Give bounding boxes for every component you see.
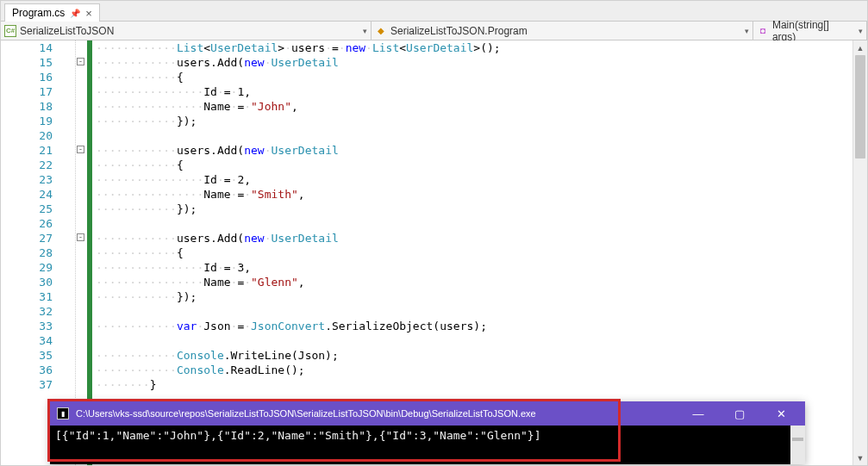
code-line[interactable]: ············{ <box>96 245 867 260</box>
tab-title: Program.cs <box>12 7 65 19</box>
code-line[interactable]: ············{ <box>96 158 867 172</box>
line-number: 20 <box>1 128 72 143</box>
class-icon: ◆ <box>375 25 387 37</box>
scroll-up-icon[interactable]: ▲ <box>853 40 867 55</box>
code-line[interactable]: ············{ <box>96 70 867 84</box>
chevron-down-icon: ▾ <box>859 27 863 35</box>
line-number: 37 <box>1 377 72 392</box>
line-number: 15 <box>1 55 72 70</box>
code-line[interactable]: ············var·Json·=·JsonConvert.Seria… <box>96 319 867 333</box>
code-line[interactable]: ················Id·=·1, <box>96 84 867 99</box>
line-number: 36💡 <box>1 363 72 377</box>
close-button[interactable]: ✕ <box>764 407 798 420</box>
code-line[interactable] <box>96 128 867 143</box>
chevron-down-icon: ▾ <box>363 27 367 35</box>
line-number: 26 <box>1 216 72 231</box>
nav-namespace-label: SerializeListToJSON <box>20 25 114 37</box>
line-number: 24 <box>1 187 72 202</box>
line-number: 14 <box>1 40 72 55</box>
code-line[interactable] <box>96 333 867 348</box>
nav-method-dropdown[interactable]: ◘ Main(string[] args) ▾ <box>753 22 867 40</box>
csharp-icon: C# <box>4 25 16 37</box>
fold-toggle[interactable]: - <box>77 58 84 65</box>
line-number: 28 <box>1 245 72 260</box>
fold-toggle[interactable]: - <box>77 146 84 153</box>
code-line[interactable]: ················Name·=·"Smith", <box>96 187 867 202</box>
line-number: 27 <box>1 231 72 245</box>
line-number: 35 <box>1 348 72 363</box>
code-line[interactable]: ············}); <box>96 114 867 128</box>
line-number: 33 <box>1 319 72 333</box>
line-number: 17 <box>1 84 72 99</box>
tab-program-cs[interactable]: Program.cs 📌 × <box>4 3 100 22</box>
line-number: 30 <box>1 275 72 289</box>
line-number: 22 <box>1 158 72 172</box>
code-line[interactable]: ············List<UserDetail>·users·=·new… <box>96 40 867 55</box>
line-number: 16 <box>1 70 72 84</box>
pin-icon[interactable]: 📌 <box>70 9 80 18</box>
code-line[interactable]: ········} <box>96 377 867 392</box>
highlight-box <box>47 399 621 462</box>
nav-class-dropdown[interactable]: ◆ SerializeListToJSON.Program ▾ <box>372 22 753 40</box>
code-line[interactable]: ················Name·=·"Glenn", <box>96 275 867 289</box>
close-icon[interactable]: × <box>85 8 92 19</box>
nav-class-label: SerializeListToJSON.Program <box>390 25 528 37</box>
code-line[interactable]: ············}); <box>96 289 867 304</box>
code-line[interactable]: ············Console.WriteLine(Json); <box>96 348 867 363</box>
vertical-scrollbar[interactable]: ▲ ▼ <box>852 40 867 465</box>
code-line[interactable]: ················Id·=·2, <box>96 172 867 187</box>
code-line[interactable]: ············users.Add(new·UserDetail <box>96 55 867 70</box>
minimize-button[interactable]: — <box>681 407 715 420</box>
code-line[interactable]: ············Console.ReadLine(); <box>96 363 867 377</box>
line-number: 34 <box>1 333 72 348</box>
line-number: 19 <box>1 114 72 128</box>
line-number: 23 <box>1 172 72 187</box>
nav-bar: C# SerializeListToJSON ▾ ◆ SerializeList… <box>1 22 867 40</box>
scroll-down-icon[interactable]: ▼ <box>853 450 867 465</box>
line-number: 21 <box>1 143 72 158</box>
code-line[interactable]: ············}); <box>96 202 867 216</box>
chevron-down-icon: ▾ <box>745 27 749 35</box>
code-line[interactable]: ············users.Add(new·UserDetail <box>96 143 867 158</box>
tab-bar: Program.cs 📌 × <box>1 1 867 22</box>
code-line[interactable] <box>96 304 867 319</box>
nav-method-label: Main(string[] args) <box>772 19 855 43</box>
line-number: 29 <box>1 260 72 275</box>
fold-toggle[interactable]: - <box>77 233 84 241</box>
line-number: 31 <box>1 289 72 304</box>
console-scroll-thumb[interactable] <box>792 438 803 441</box>
code-line[interactable]: ················Name·=·"John", <box>96 99 867 114</box>
code-line[interactable] <box>96 216 867 231</box>
console-scrollbar[interactable] <box>790 426 805 464</box>
method-icon: ◘ <box>757 25 769 37</box>
line-number: 32 <box>1 304 72 319</box>
scrollbar-thumb[interactable] <box>855 55 865 158</box>
nav-namespace-dropdown[interactable]: C# SerializeListToJSON ▾ <box>1 22 372 40</box>
line-number: 18 <box>1 99 72 114</box>
maximize-button[interactable]: ▢ <box>722 407 757 420</box>
code-line[interactable]: ············users.Add(new·UserDetail <box>96 231 867 245</box>
line-number: 25 <box>1 202 72 216</box>
code-line[interactable]: ················Id·=·3, <box>96 260 867 275</box>
